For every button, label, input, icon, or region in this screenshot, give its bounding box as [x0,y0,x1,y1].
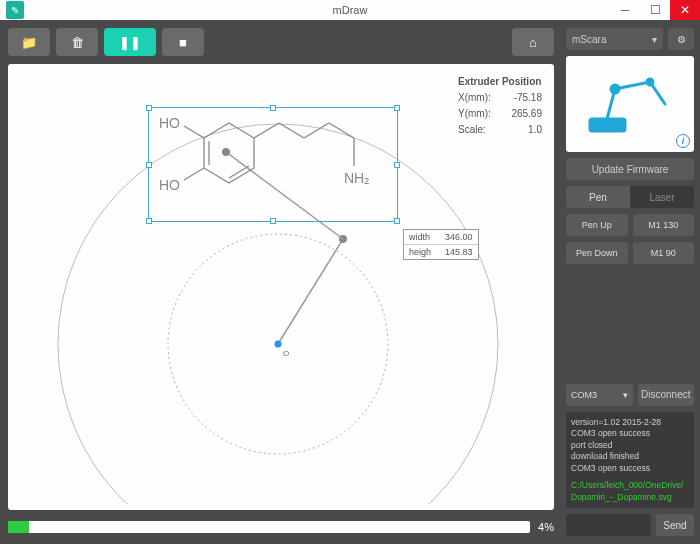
progress-percent: 4% [538,521,554,533]
home-button[interactable]: ⌂ [512,28,554,56]
svg-line-15 [329,123,354,138]
svg-point-25 [647,79,653,85]
svg-line-10 [184,126,204,138]
pen-up-value[interactable]: M1 130 [633,214,695,236]
command-input[interactable] [566,514,651,536]
robot-preview: i [566,56,694,152]
svg-line-2 [278,239,343,344]
resize-handle[interactable] [146,218,152,224]
progress-fill [8,521,29,533]
info-icon[interactable]: i [676,134,690,148]
svg-line-13 [279,123,304,138]
folder-icon: 📁 [21,35,37,50]
tab-pen[interactable]: Pen [566,186,630,208]
resize-handle[interactable] [270,105,276,111]
open-button[interactable]: 📁 [8,28,50,56]
svg-rect-20 [590,119,625,131]
gear-icon: ⚙ [677,34,686,45]
svg-point-6 [275,341,282,348]
canvas[interactable]: O HO [8,64,554,510]
stop-icon: ■ [179,35,187,50]
resize-handle[interactable] [146,162,152,168]
update-firmware-button[interactable]: Update Firmware [566,158,694,180]
resize-handle[interactable] [394,218,400,224]
svg-line-14 [304,123,329,138]
svg-text:HO: HO [159,177,180,193]
selection-box[interactable]: HO HO NH₂ [148,107,398,222]
home-icon: ⌂ [529,35,537,50]
robot-select[interactable]: mScara▾ [566,28,663,50]
origin-label: O [283,349,289,358]
app-icon: ✎ [6,1,24,19]
resize-handle[interactable] [146,105,152,111]
svg-text:HO: HO [159,115,180,131]
delete-button[interactable]: 🗑 [56,28,98,56]
svg-line-12 [254,123,279,138]
svg-line-9 [229,166,249,178]
chevron-down-icon: ▾ [623,390,628,400]
stop-button[interactable]: ■ [162,28,204,56]
trash-icon: 🗑 [71,35,84,50]
pen-down-value[interactable]: M1 90 [633,242,695,264]
dimensions-box: width346.00 heigh145.83 [403,229,479,260]
console-log: version=1.02 2015-2-28 COM3 open success… [566,412,694,508]
close-button[interactable]: ✕ [670,0,700,20]
chevron-down-icon: ▾ [652,34,657,45]
maximize-button[interactable]: ☐ [640,0,670,20]
svg-marker-7 [204,123,254,183]
minimize-button[interactable]: ─ [610,0,640,20]
extruder-position: Extruder Position X(mm):-75.18 Y(mm):265… [458,76,542,135]
pen-down-button[interactable]: Pen Down [566,242,628,264]
pause-icon: ❚❚ [119,35,141,50]
disconnect-button[interactable]: Disconnect [638,384,695,406]
port-select[interactable]: COM3▾ [566,384,633,406]
pen-up-button[interactable]: Pen Up [566,214,628,236]
settings-button[interactable]: ⚙ [668,28,694,50]
window-title: mDraw [333,4,368,16]
svg-point-24 [611,85,619,93]
resize-handle[interactable] [270,218,276,224]
resize-handle[interactable] [394,162,400,168]
resize-handle[interactable] [394,105,400,111]
tab-laser[interactable]: Laser [630,186,694,208]
send-button[interactable]: Send [656,514,694,536]
pause-button[interactable]: ❚❚ [104,28,156,56]
svg-line-11 [184,168,204,180]
progress-bar [8,521,530,533]
svg-text:NH₂: NH₂ [344,170,370,186]
